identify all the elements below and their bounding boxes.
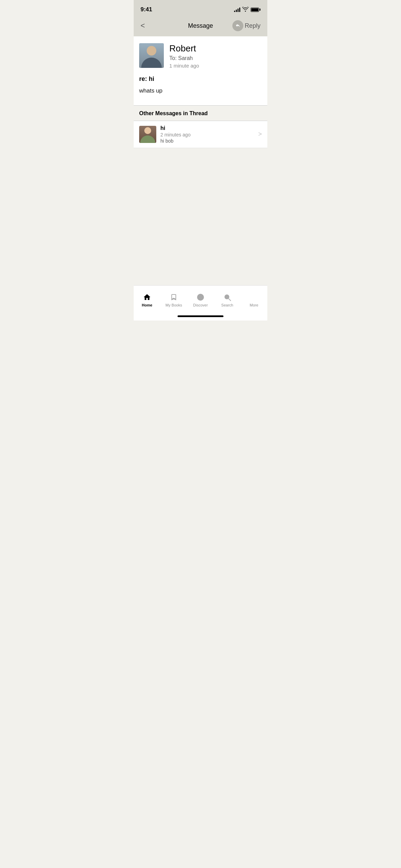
tab-home-label: Home bbox=[142, 303, 153, 307]
tab-discover-label: Discover bbox=[193, 303, 208, 307]
status-bar: 9:41 bbox=[134, 0, 267, 17]
message-to: To: Sarah bbox=[169, 55, 262, 61]
search-icon bbox=[223, 293, 232, 302]
message-header: Robert To: Sarah 1 minute ago bbox=[134, 36, 267, 75]
tab-discover[interactable]: Discover bbox=[187, 293, 214, 307]
thread-header: Other Messages in Thread bbox=[134, 105, 267, 121]
thread-item-time: 2 minutes ago bbox=[160, 132, 254, 137]
nav-header: < Message Reply bbox=[134, 17, 267, 36]
sarah-avatar bbox=[139, 126, 156, 143]
message-body: re: hi whats up bbox=[134, 75, 267, 105]
thread-item-subject: hi bbox=[160, 125, 254, 131]
robert-avatar bbox=[139, 43, 164, 68]
content-spacer bbox=[134, 148, 267, 285]
page-title: Message bbox=[188, 22, 213, 29]
status-time: 9:41 bbox=[141, 6, 152, 13]
signal-icon bbox=[234, 7, 240, 12]
wifi-icon bbox=[242, 7, 248, 13]
sender-avatar bbox=[139, 43, 164, 68]
thread-item-content: hi 2 minutes ago hi bob bbox=[160, 125, 254, 144]
tab-more-label: More bbox=[250, 303, 258, 307]
thread-title: Other Messages in Thread bbox=[139, 110, 208, 116]
home-indicator bbox=[178, 315, 223, 317]
more-icon bbox=[250, 293, 258, 302]
discover-icon bbox=[196, 293, 205, 302]
back-chevron-icon: < bbox=[141, 21, 145, 30]
tab-my-books-label: My Books bbox=[166, 303, 182, 307]
reply-label: Reply bbox=[245, 22, 260, 29]
back-button[interactable]: < bbox=[141, 21, 145, 30]
my-books-icon bbox=[169, 293, 178, 302]
tab-more[interactable]: More bbox=[241, 293, 267, 307]
reply-icon bbox=[232, 20, 243, 31]
status-icons bbox=[234, 7, 260, 13]
tab-my-books[interactable]: My Books bbox=[160, 293, 187, 307]
message-subject: re: hi bbox=[139, 75, 262, 83]
tab-bar: Home My Books Discover Search bbox=[134, 285, 267, 313]
home-bar bbox=[134, 313, 267, 321]
thread-item-preview: hi bob bbox=[160, 138, 254, 144]
message-timestamp: 1 minute ago bbox=[169, 63, 262, 69]
message-text: whats up bbox=[139, 87, 262, 95]
thread-section: Other Messages in Thread hi 2 minutes ag… bbox=[134, 105, 267, 148]
reply-button[interactable]: Reply bbox=[232, 20, 260, 31]
tab-home[interactable]: Home bbox=[134, 293, 160, 307]
svg-line-3 bbox=[229, 299, 231, 301]
thread-item-chevron-icon: > bbox=[258, 131, 262, 138]
sender-info: Robert To: Sarah 1 minute ago bbox=[169, 43, 262, 69]
thread-item-avatar bbox=[139, 126, 156, 143]
main-content: Robert To: Sarah 1 minute ago re: hi wha… bbox=[134, 36, 267, 105]
tab-search[interactable]: Search bbox=[214, 293, 241, 307]
tab-search-label: Search bbox=[221, 303, 233, 307]
sender-name: Robert bbox=[169, 43, 262, 54]
thread-list-item[interactable]: hi 2 minutes ago hi bob > bbox=[134, 121, 267, 148]
battery-icon bbox=[251, 8, 260, 12]
home-icon bbox=[143, 293, 151, 302]
